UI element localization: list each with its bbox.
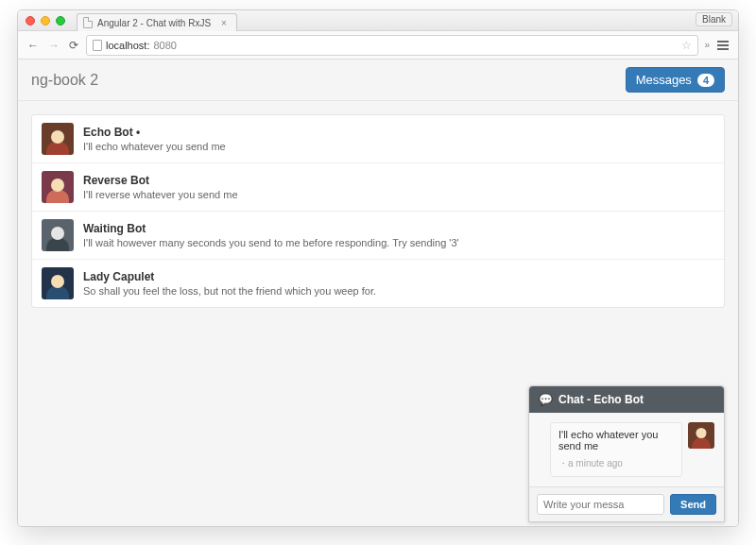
thread-avatar — [42, 219, 74, 251]
maximize-window-button[interactable] — [56, 16, 65, 26]
overflow-icon[interactable]: » — [704, 40, 710, 50]
window-controls — [26, 16, 65, 26]
thread-list: Echo Bot •I'll echo whatever you send me… — [31, 114, 725, 308]
thread-item[interactable]: Reverse BotI'll reverse whatever you sen… — [32, 163, 724, 212]
url-host: localhost: — [106, 40, 149, 51]
thread-name: Reverse Bot — [83, 174, 714, 187]
blank-button[interactable]: Blank — [696, 12, 732, 26]
chat-bubble: I'll echo whatever you send me ・a minute… — [550, 422, 682, 477]
thread-message: I'll reverse whatever you send me — [83, 189, 714, 200]
page-content: ng-book 2 Messages 4 Echo Bot •I'll echo… — [18, 60, 738, 526]
forward-button[interactable]: → — [46, 39, 61, 52]
messages-button[interactable]: Messages 4 — [626, 67, 725, 93]
url-port: 8080 — [153, 40, 176, 51]
site-icon — [93, 40, 102, 51]
thread-avatar — [42, 171, 74, 203]
thread-item[interactable]: Lady CapuletSo shall you feel the loss, … — [32, 260, 724, 307]
messages-label: Messages — [636, 73, 692, 87]
tab-title: Angular 2 - Chat with RxJS — [97, 18, 211, 28]
chat-header[interactable]: 💬 Chat - Echo Bot — [529, 386, 724, 413]
thread-info: Lady CapuletSo shall you feel the loss, … — [83, 270, 714, 297]
thread-info: Reverse BotI'll reverse whatever you sen… — [83, 174, 714, 200]
chat-input[interactable] — [537, 494, 664, 515]
menu-icon[interactable] — [715, 41, 730, 50]
reload-button[interactable]: ⟳ — [67, 39, 80, 52]
thread-item[interactable]: Echo Bot •I'll echo whatever you send me — [32, 115, 724, 163]
send-button[interactable]: Send — [670, 494, 716, 515]
thread-avatar — [42, 267, 74, 299]
chat-icon: 💬 — [539, 393, 553, 406]
brand-title: ng-book 2 — [31, 72, 98, 89]
chat-message-time: ・a minute ago — [558, 457, 674, 470]
chat-messages: I'll echo whatever you send me ・a minute… — [529, 413, 724, 486]
messages-count-badge: 4 — [697, 74, 714, 87]
chat-window: 💬 Chat - Echo Bot I'll echo whatever you… — [528, 385, 725, 522]
browser-toolbar: ← → ⟳ localhost:8080 ☆ » — [18, 31, 738, 60]
bookmark-icon[interactable]: ☆ — [681, 39, 692, 52]
browser-tab[interactable]: Angular 2 - Chat with RxJS × — [77, 13, 237, 31]
thread-message: I'll echo whatever you send me — [83, 141, 714, 152]
chat-message-row: I'll echo whatever you send me ・a minute… — [539, 422, 714, 477]
thread-message: So shall you feel the loss, but not the … — [83, 285, 714, 297]
chat-title: Chat - Echo Bot — [558, 393, 644, 406]
thread-name: Lady Capulet — [83, 270, 714, 283]
close-tab-icon[interactable]: × — [221, 18, 227, 28]
thread-name: Waiting Bot — [83, 222, 714, 235]
page-icon — [83, 17, 93, 28]
thread-info: Waiting BotI'll wait however many second… — [83, 222, 714, 248]
back-button[interactable]: ← — [26, 39, 41, 52]
close-window-button[interactable] — [26, 16, 35, 26]
window-titlebar: Angular 2 - Chat with RxJS × Blank — [18, 10, 738, 31]
chat-message-text: I'll echo whatever you send me — [558, 429, 674, 451]
browser-window: Angular 2 - Chat with RxJS × Blank ← → ⟳… — [17, 9, 739, 527]
address-bar[interactable]: localhost:8080 ☆ — [86, 35, 698, 56]
thread-info: Echo Bot •I'll echo whatever you send me — [83, 126, 714, 152]
thread-item[interactable]: Waiting BotI'll wait however many second… — [32, 212, 724, 260]
thread-avatar — [42, 123, 74, 155]
minimize-window-button[interactable] — [41, 16, 50, 26]
chat-input-area: Send — [529, 486, 724, 521]
thread-name: Echo Bot • — [83, 126, 714, 139]
app-header: ng-book 2 Messages 4 — [18, 60, 738, 101]
thread-message: I'll wait however many seconds you send … — [83, 237, 714, 248]
chat-avatar — [688, 422, 714, 449]
